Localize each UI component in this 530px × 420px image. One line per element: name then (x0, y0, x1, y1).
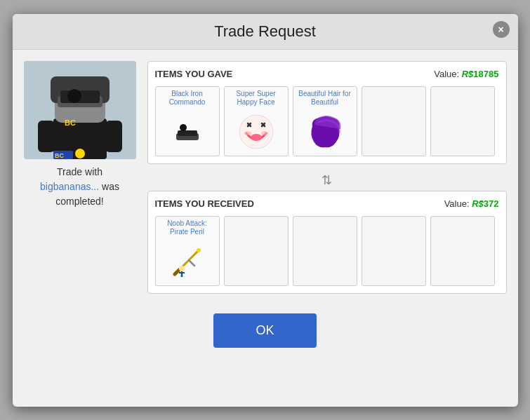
svg-line-24 (175, 270, 179, 274)
svg-point-26 (197, 248, 201, 252)
divider-row: ⇅ (147, 170, 507, 191)
svg-point-8 (67, 89, 81, 103)
received-items-grid: Noob Attack: Pirate Peril (155, 216, 499, 286)
svg-line-25 (189, 260, 194, 266)
svg-rect-2 (38, 121, 55, 152)
received-section-header: ITEMS YOU RECEIVED Value: R$372 (155, 198, 499, 209)
gave-item-3-name: Beautiful Hair for Beautiful (296, 90, 354, 111)
received-item-4-icon (373, 241, 415, 283)
swap-arrows-icon: ⇅ (322, 172, 332, 188)
trade-dialog: Trade Request × (13, 14, 518, 407)
gave-item-5 (430, 86, 495, 156)
svg-point-21 (244, 131, 251, 135)
svg-point-20 (251, 134, 262, 141)
close-button[interactable]: × (493, 21, 510, 38)
gave-item-3-icon (304, 111, 346, 153)
received-item-1: Noob Attack: Pirate Peril (155, 216, 220, 286)
gave-item-1-name: Black Iron Commando (159, 90, 216, 111)
svg-point-22 (261, 131, 268, 135)
svg-rect-17 (178, 130, 197, 136)
ok-row: OK (13, 313, 518, 348)
avatar: BC BC (24, 61, 136, 159)
received-value: Value: R$372 (444, 198, 499, 209)
received-title: ITEMS YOU RECEIVED (155, 198, 254, 209)
gave-item-5-icon (442, 111, 484, 153)
left-panel: BC BC Trade with bigbananas... was compl… (24, 61, 136, 299)
received-item-5 (430, 216, 495, 286)
gave-item-4-icon (373, 111, 415, 153)
received-item-2-icon (235, 241, 277, 283)
received-item-1-icon (166, 241, 208, 283)
dialog-header: Trade Request × (13, 14, 518, 50)
svg-text:BC: BC (65, 118, 76, 127)
gave-item-2: Super Super Happy Face (224, 86, 289, 156)
received-item-4 (362, 216, 426, 286)
trade-partner-link[interactable]: bigbananas... (40, 181, 99, 192)
gave-section: ITEMS YOU GAVE Value: R$18785 Black Iron… (147, 61, 507, 164)
received-item-3 (293, 216, 357, 286)
right-panel: ITEMS YOU GAVE Value: R$18785 Black Iron… (147, 61, 507, 299)
received-item-1-name: Noob Attack: Pirate Peril (159, 219, 216, 241)
trade-status-text: Trade with bigbananas... was completed! (40, 165, 119, 209)
dialog-title: Trade Request (214, 22, 316, 40)
gave-item-1: Black Iron Commando (155, 86, 220, 156)
svg-rect-3 (105, 121, 122, 152)
gave-value: Value: R$18785 (434, 69, 498, 79)
gave-section-header: ITEMS YOU GAVE Value: R$18785 (155, 69, 499, 79)
svg-point-19 (239, 115, 273, 149)
received-section: ITEMS YOU RECEIVED Value: R$372 Noob Att… (147, 191, 507, 294)
svg-text:BC: BC (55, 152, 64, 159)
received-item-5-icon (442, 241, 484, 283)
gave-item-2-name: Super Super Happy Face (227, 90, 285, 111)
gave-title: ITEMS YOU GAVE (155, 69, 233, 79)
svg-point-12 (75, 149, 85, 158)
svg-point-18 (180, 124, 187, 131)
gave-item-1-icon (166, 111, 208, 153)
gave-item-4 (362, 86, 426, 156)
gave-item-2-icon (235, 111, 277, 153)
received-item-2 (224, 216, 289, 286)
ok-button[interactable]: OK (213, 313, 316, 348)
received-item-3-icon (304, 241, 346, 283)
dialog-body: BC BC Trade with bigbananas... was compl… (13, 50, 518, 299)
gave-items-grid: Black Iron Commando (155, 86, 499, 156)
svg-point-27 (179, 266, 185, 271)
gave-item-3: Beautiful Hair for Beautiful (293, 86, 357, 156)
